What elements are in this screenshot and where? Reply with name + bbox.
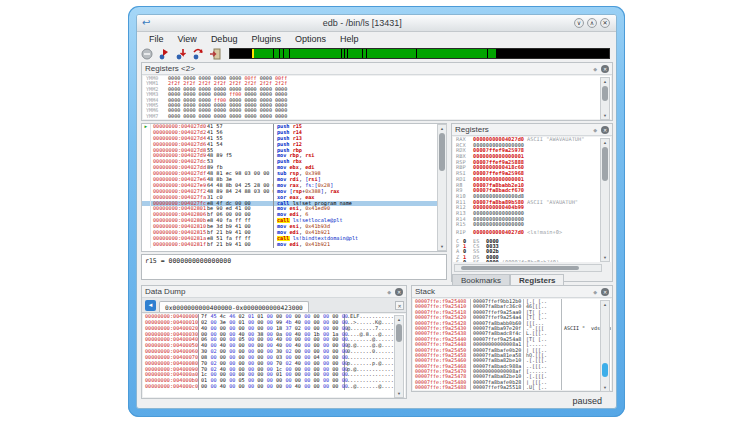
- register-name: YMM7: [146, 114, 168, 119]
- hex-dump-row[interactable]: 00000000:004000c000 00 40 00 00 00 00 00…: [143, 384, 405, 390]
- register-name: RIP: [456, 230, 473, 236]
- stack-header[interactable]: Stack ◆ ✕: [412, 286, 612, 298]
- menu-options[interactable]: Options: [289, 33, 332, 45]
- titlebar[interactable]: ↩ edb - /bin/ls [13431] ∨ ∧ ✕: [137, 15, 616, 32]
- ymm-register-row[interactable]: YMM700000000000000000000000000000000: [143, 114, 611, 119]
- register-name: R15: [456, 222, 473, 228]
- menu-view[interactable]: View: [172, 33, 203, 45]
- membar-tick: [283, 49, 284, 58]
- registers-hscrollbar[interactable]: [454, 264, 602, 272]
- registers2-dock: Registers <2> ◆ ✕ YMM0000000000000000000…: [141, 62, 613, 121]
- dock-close-icon[interactable]: ✕: [601, 288, 609, 296]
- membar-tick: [366, 49, 367, 58]
- dump-tab-bar: ◄ 0x0000000000400000-0x0000000000423000 …: [142, 298, 406, 313]
- membar-tick: [362, 49, 363, 58]
- register-annotation: <ls!main+0>: [527, 229, 562, 235]
- operand-info-box: r15 = 0000000000000000: [141, 254, 447, 280]
- data-dump-header[interactable]: Data Dump ◆ ✕: [142, 286, 406, 298]
- dock-close-icon[interactable]: ✕: [395, 288, 403, 296]
- register-value-group: 0000: [214, 113, 226, 119]
- segment-value: 0000: [486, 259, 499, 262]
- memory-map-bar[interactable]: [229, 48, 610, 59]
- dock-close-icon[interactable]: ✕: [601, 65, 609, 73]
- membar-tick: [279, 49, 280, 58]
- menu-help[interactable]: Help: [334, 33, 365, 45]
- membar-tick: [289, 49, 290, 58]
- register-value: 00000000004027d0: [473, 229, 524, 235]
- float-icon[interactable]: ◆: [387, 289, 391, 295]
- registers2-scrollbar[interactable]: ▲ ▼: [600, 77, 610, 120]
- segment-name: FS: [473, 260, 486, 262]
- step-over-button[interactable]: [192, 48, 205, 60]
- membar-tick: [347, 49, 348, 58]
- register-value-group: 0000: [168, 113, 180, 119]
- dock-close-icon[interactable]: ✕: [601, 126, 609, 134]
- minimize-button[interactable]: ∨: [574, 18, 584, 28]
- dump-address: 00000000:004000c0: [143, 384, 198, 390]
- membar-tick: [344, 49, 345, 58]
- maximize-button[interactable]: ∧: [587, 18, 597, 28]
- float-icon[interactable]: ◆: [593, 127, 597, 133]
- disassembly-scrollbar[interactable]: ▲ ▼: [437, 124, 447, 251]
- flag-value: 0: [463, 260, 473, 262]
- segment-annotation: (00007fa8ba8cb740): [502, 259, 559, 262]
- register-value-group: 0000: [275, 113, 287, 119]
- flag-row[interactable]: S0FS0000(00007fa8ba8cb740): [453, 260, 611, 262]
- register-value-group: 0000: [199, 113, 211, 119]
- registers-title: Registers: [455, 125, 593, 134]
- data-dump-dock: Data Dump ◆ ✕ ◄ 0x0000000000400000-0x000…: [141, 285, 407, 399]
- close-button[interactable]: ✕: [600, 18, 610, 28]
- instruction-text: mov edi, 0x41b921: [273, 242, 446, 248]
- float-icon[interactable]: ◆: [593, 66, 597, 72]
- new-dump-tab-button[interactable]: ◄: [145, 300, 156, 311]
- instruction-address: 00000000:0040281f: [151, 242, 207, 248]
- stack-value: 00007ffef9a25518: [470, 385, 523, 390]
- menu-debug[interactable]: Debug: [205, 33, 244, 45]
- stack-scrollbar[interactable]: ▲ ▼: [600, 300, 610, 392]
- register-row[interactable]: R150000000000000000: [453, 222, 611, 228]
- register-value-group: 0000: [229, 113, 241, 119]
- register-annotation: ASCII "AWAVAUATUH": [527, 137, 584, 142]
- register-value-group: 0000: [244, 113, 256, 119]
- step-out-button[interactable]: [209, 48, 222, 60]
- register-value-group: 0000: [260, 113, 272, 119]
- dump-bytes: 00 00 40 00 00 00 00 00 00 00 40 00 00 0…: [198, 384, 345, 390]
- registers-scrollbar[interactable]: ▲ ▼: [600, 138, 610, 262]
- membar-tick: [487, 49, 488, 58]
- run-button[interactable]: [158, 48, 171, 60]
- register-list: RAX00000000004027d0ASCII "AWAVAUATUH"RCX…: [453, 137, 611, 262]
- dump-tab-close-icon[interactable]: ✕: [395, 301, 404, 310]
- stack-address: 00007ffe:f9a25488: [413, 385, 470, 390]
- menu-plugins[interactable]: Plugins: [245, 33, 287, 45]
- gutter: [142, 242, 151, 248]
- dump-region-tab[interactable]: 0x0000000000400000-0x0000000000423000: [159, 301, 309, 312]
- membar-tick: [273, 49, 274, 58]
- status-text: paused: [572, 396, 602, 406]
- hex-dump-view[interactable]: 00000000:004000007f 45 4c 46 02 01 01 00…: [143, 314, 405, 397]
- window-title: edb - /bin/ls [13431]: [150, 18, 574, 28]
- float-icon[interactable]: ◆: [593, 289, 597, 295]
- dump-scrollbar[interactable]: ▲ ▼: [394, 315, 404, 398]
- membar-marker: [252, 49, 254, 58]
- stack-row[interactable]: 00007ffe:f9a2548800007ffef9a25518.U[ [..: [413, 385, 611, 390]
- disassembly-view[interactable]: ▶00000000:004027d041 57push r1500000000:…: [141, 123, 447, 252]
- registers2-header[interactable]: Registers <2> ◆ ✕: [142, 63, 612, 75]
- step-into-button[interactable]: [175, 48, 188, 60]
- app-icon: ↩: [142, 18, 150, 28]
- membar-tick: [341, 49, 342, 58]
- edb-window: ↩ edb - /bin/ls [13431] ∨ ∧ ✕ FileViewDe…: [136, 14, 617, 409]
- register-row[interactable]: RIP00000000004027d0<ls!main+0>: [453, 230, 611, 236]
- desktop: ↩ edb - /bin/ls [13431] ∨ ∧ ✕ FileViewDe…: [0, 0, 752, 423]
- membar-tick: [416, 49, 417, 58]
- register-value: 0000000000000000: [473, 221, 524, 227]
- toolbar: [137, 46, 616, 61]
- stack-ascii: .U[ [..: [523, 385, 561, 390]
- disasm-row[interactable]: 00000000:0040281fbf 21 b9 41 00mov edi, …: [142, 242, 446, 248]
- data-dump-title: Data Dump: [145, 287, 387, 296]
- instruction-bytes: bf 21 b9 41 00: [207, 242, 273, 248]
- pause-button[interactable]: [141, 48, 154, 60]
- status-bar: paused: [137, 394, 616, 407]
- stack-view[interactable]: 00007ffe:f9a2540800007ffef9bb12b0[.[ [..…: [413, 299, 611, 390]
- registers-header[interactable]: Registers ◆ ✕: [452, 124, 612, 136]
- menu-file[interactable]: File: [143, 33, 170, 45]
